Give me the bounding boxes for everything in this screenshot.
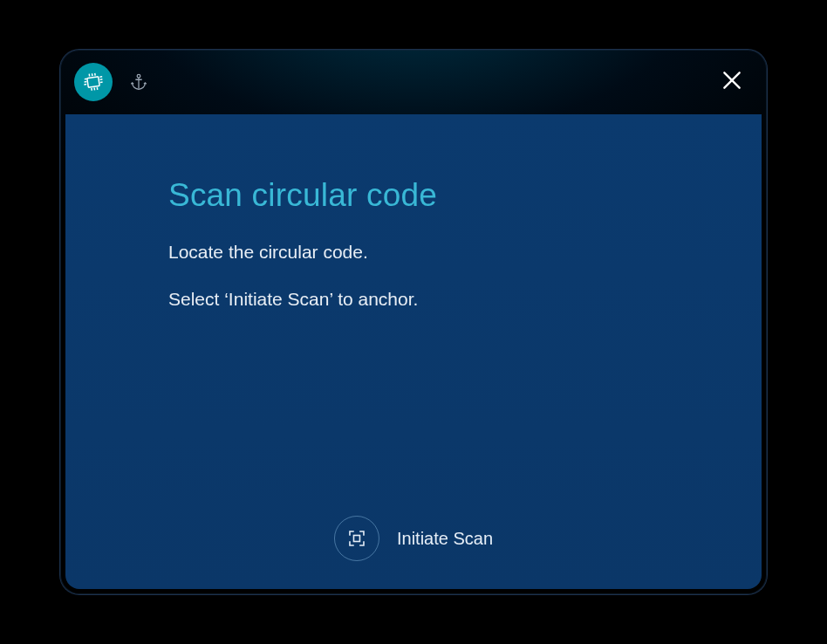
- initiate-scan-label: Initiate Scan: [397, 529, 493, 549]
- anchor-tab[interactable]: [120, 63, 158, 101]
- scan-tab[interactable]: [74, 63, 113, 101]
- content-panel: Scan circular code Locate the circular c…: [65, 114, 762, 589]
- anchor-icon: [129, 72, 148, 92]
- svg-rect-0: [87, 77, 99, 88]
- instruction-line-1: Locate the circular code.: [168, 240, 692, 264]
- instruction-line-2: Select ‘Initiate Scan’ to anchor.: [168, 287, 692, 312]
- close-button[interactable]: [714, 65, 749, 99]
- titlebar: [60, 50, 767, 114]
- svg-point-13: [137, 74, 140, 78]
- close-icon: [721, 69, 743, 95]
- initiate-scan-button[interactable]: Initiate Scan: [334, 516, 493, 561]
- svg-rect-18: [353, 536, 359, 542]
- page-heading: Scan circular code: [168, 177, 692, 214]
- dialog-window: Scan circular code Locate the circular c…: [60, 50, 767, 594]
- scan-frame-icon: [334, 516, 379, 561]
- processor-icon: [82, 71, 105, 93]
